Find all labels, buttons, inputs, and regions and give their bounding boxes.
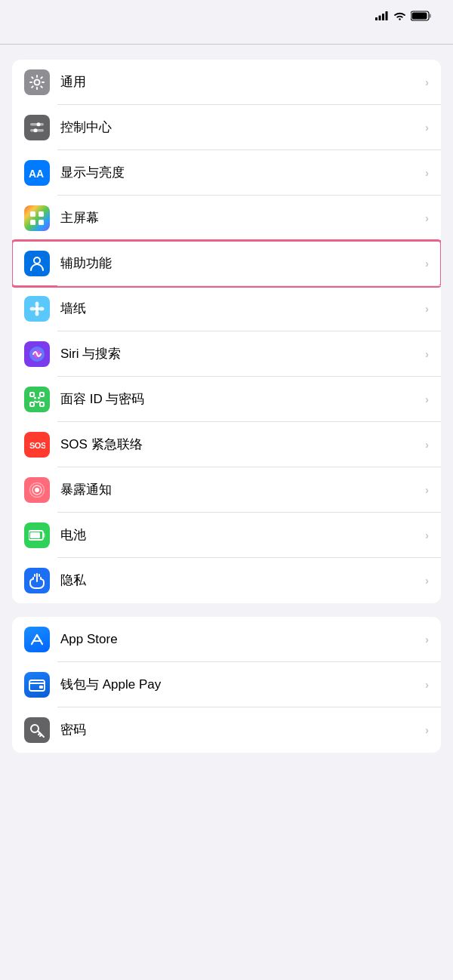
svg-point-17 [34, 257, 40, 263]
chevron-wallet: › [425, 678, 429, 691]
person-icon [24, 251, 50, 276]
svg-rect-0 [375, 17, 378, 20]
flower-icon [24, 296, 50, 322]
chevron-wallpaper: › [425, 302, 429, 315]
svg-rect-24 [30, 393, 34, 396]
label-exposure: 暴露通知 [60, 481, 425, 498]
aa-icon: AA [24, 160, 50, 186]
icon-privacy [24, 568, 50, 593]
hand-icon [24, 568, 50, 593]
icon-home-screen [24, 205, 50, 231]
svg-rect-2 [382, 14, 384, 20]
chevron-sos: › [425, 438, 429, 451]
face-icon [24, 387, 50, 412]
settings-row-general[interactable]: 通用› [12, 60, 441, 105]
label-faceid: 面容 ID 与密码 [60, 390, 425, 408]
icon-display: AA [24, 160, 50, 186]
chevron-accessibility: › [425, 257, 429, 270]
settings-row-wallpaper[interactable]: 墙纸› [12, 286, 441, 331]
icon-accessibility [24, 251, 50, 276]
chevron-battery: › [425, 529, 429, 541]
svg-point-31 [35, 488, 39, 492]
icon-siri [24, 341, 50, 367]
settings-row-sos[interactable]: SOS SOS 紧急联络› [12, 422, 441, 467]
settings-row-battery[interactable]: 电池› [12, 513, 441, 558]
settings-row-display[interactable]: AA 显示与亮度› [12, 150, 441, 196]
appstore-icon [24, 627, 50, 652]
svg-rect-27 [40, 402, 44, 406]
label-sos: SOS 紧急联络 [60, 436, 425, 453]
chevron-siri: › [425, 347, 429, 360]
label-battery: 电池 [60, 526, 425, 544]
svg-point-20 [35, 310, 39, 316]
svg-rect-13 [30, 211, 35, 217]
status-icons [375, 11, 432, 21]
settings-row-passwords[interactable]: 密码› [12, 707, 441, 753]
label-accessibility: 辅助功能 [60, 254, 425, 272]
top-divider [0, 44, 453, 45]
icon-appstore [24, 627, 50, 652]
settings-row-home-screen[interactable]: 主屏幕› [12, 196, 441, 241]
settings-row-accessibility[interactable]: 辅助功能› [12, 241, 441, 286]
icon-battery [24, 522, 50, 548]
icon-sos: SOS [24, 432, 50, 458]
status-bar [0, 0, 453, 27]
dots-icon [24, 477, 50, 503]
chevron-faceid: › [425, 393, 429, 405]
svg-rect-26 [30, 402, 34, 406]
chevron-display: › [425, 166, 429, 179]
svg-rect-16 [39, 220, 44, 225]
icon-faceid [24, 387, 50, 412]
settings-row-wallet[interactable]: 钱包与 Apple Pay› [12, 662, 441, 707]
label-siri: Siri 与搜索 [60, 345, 425, 362]
svg-rect-38 [29, 680, 45, 691]
chevron-appstore: › [425, 633, 429, 646]
label-wallpaper: 墙纸 [60, 300, 425, 317]
switches-icon [24, 115, 50, 140]
svg-rect-39 [39, 686, 43, 689]
svg-point-19 [35, 301, 39, 307]
settings-row-exposure[interactable]: 暴露通知› [12, 467, 441, 513]
svg-rect-36 [30, 532, 40, 538]
svg-text:AA: AA [29, 168, 44, 180]
svg-rect-3 [386, 11, 388, 20]
label-privacy: 隐私 [60, 572, 425, 589]
battery-icon [411, 11, 432, 21]
settings-row-faceid[interactable]: 面容 ID 与密码› [12, 377, 441, 422]
key-icon [24, 717, 50, 743]
settings-row-privacy[interactable]: 隐私› [12, 558, 441, 603]
chevron-home-screen: › [425, 211, 429, 224]
icon-exposure [24, 477, 50, 503]
store-section: App Store› 钱包与 Apple Pay› 密码› [12, 617, 441, 753]
svg-rect-25 [40, 393, 44, 396]
label-appstore: App Store [60, 632, 425, 647]
svg-point-29 [38, 396, 40, 399]
settings-row-siri[interactable]: Siri 与搜索› [12, 331, 441, 377]
siri-icon [24, 341, 50, 367]
page-title [0, 27, 453, 44]
label-home-screen: 主屏幕 [60, 209, 425, 227]
label-general: 通用 [60, 73, 425, 91]
svg-point-11 [34, 128, 38, 132]
svg-point-7 [35, 79, 40, 85]
svg-point-28 [34, 396, 36, 399]
icon-wallet [24, 672, 50, 698]
chevron-privacy: › [425, 574, 429, 587]
svg-point-9 [37, 122, 41, 126]
svg-point-21 [30, 307, 35, 310]
settings-row-appstore[interactable]: App Store› [12, 617, 441, 662]
svg-rect-15 [30, 220, 35, 225]
main-section: 通用› 控制中心› AA 显示与亮度› 主屏幕› 辅助功能› 墙纸› [12, 60, 441, 603]
settings-row-control-center[interactable]: 控制中心› [12, 105, 441, 150]
svg-rect-5 [430, 14, 432, 18]
gear-icon [24, 69, 50, 95]
svg-rect-1 [379, 16, 381, 21]
icon-control-center [24, 115, 50, 140]
label-passwords: 密码 [60, 721, 425, 738]
icon-passwords [24, 717, 50, 743]
svg-rect-6 [412, 13, 427, 20]
svg-point-18 [35, 307, 39, 311]
label-control-center: 控制中心 [60, 119, 425, 136]
chevron-passwords: › [425, 723, 429, 736]
label-display: 显示与亮度 [60, 164, 425, 181]
